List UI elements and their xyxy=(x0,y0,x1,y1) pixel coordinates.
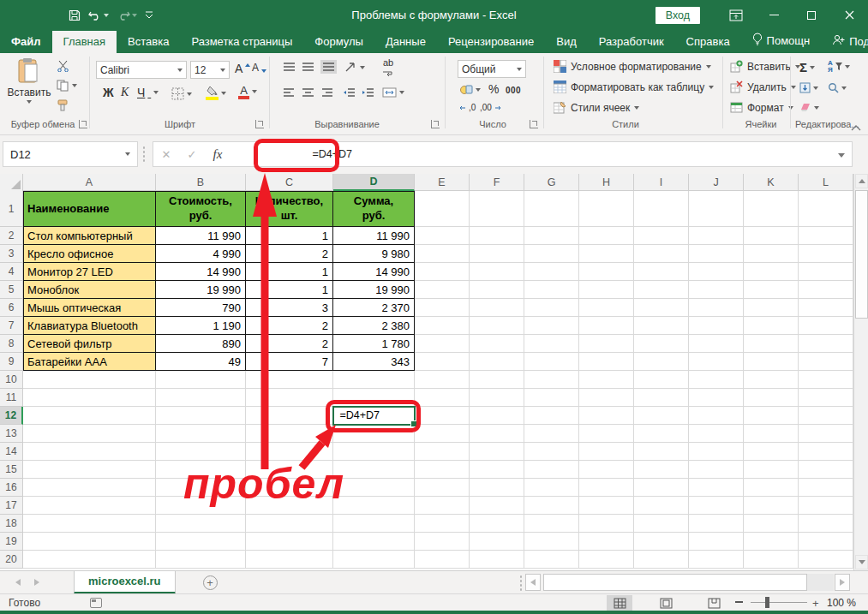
expand-formula-bar-icon[interactable] xyxy=(838,153,845,158)
cell-B11[interactable] xyxy=(156,389,246,407)
cell-L11[interactable] xyxy=(799,389,853,407)
copy-icon[interactable] xyxy=(57,80,77,92)
cell-D19[interactable] xyxy=(333,533,415,551)
clear-icon[interactable] xyxy=(799,103,819,112)
cell-F18[interactable] xyxy=(470,515,524,533)
cell-F20[interactable] xyxy=(470,551,524,569)
cell-D9[interactable]: 343 xyxy=(333,353,415,371)
cell-K6[interactable] xyxy=(744,299,799,317)
cell-A8[interactable]: Сетевой фильтр xyxy=(23,335,156,353)
cell-E4[interactable] xyxy=(415,263,470,281)
cell-C17[interactable] xyxy=(246,497,333,515)
row-header-10[interactable]: 10 xyxy=(0,371,23,389)
cell-G4[interactable] xyxy=(524,263,579,281)
merge-center-icon[interactable] xyxy=(382,87,404,98)
cell-C5[interactable]: 1 xyxy=(246,281,333,299)
cell-I11[interactable] xyxy=(634,389,689,407)
maximize-button[interactable] xyxy=(793,0,830,30)
cell-G17[interactable] xyxy=(524,497,579,515)
cell-H7[interactable] xyxy=(579,317,634,335)
fill-color-icon[interactable] xyxy=(206,86,226,100)
format-cells-button[interactable]: Формат xyxy=(730,101,793,114)
cell-D3[interactable]: 9 980 xyxy=(333,245,415,263)
redo-icon[interactable] xyxy=(117,9,137,21)
cell-F8[interactable] xyxy=(470,335,524,353)
cell-B19[interactable] xyxy=(156,533,246,551)
underline-button[interactable]: Ч xyxy=(137,86,159,99)
decrease-indent-icon[interactable] xyxy=(343,87,356,98)
cell-J7[interactable] xyxy=(689,317,744,335)
cell-F4[interactable] xyxy=(470,263,524,281)
cell-F9[interactable] xyxy=(470,353,524,371)
cell-C19[interactable] xyxy=(246,533,333,551)
save-icon[interactable] xyxy=(69,9,81,21)
cell-H13[interactable] xyxy=(579,425,634,443)
cell-D5[interactable]: 19 990 xyxy=(333,281,415,299)
cell-A1[interactable]: Наименование xyxy=(23,191,156,227)
bold-button[interactable]: Ж xyxy=(103,86,114,99)
cell-A6[interactable]: Мышь оптическая xyxy=(23,299,156,317)
decrease-font-icon[interactable]: A xyxy=(252,62,266,74)
cell-I18[interactable] xyxy=(634,515,689,533)
cell-J3[interactable] xyxy=(689,245,744,263)
cell-E3[interactable] xyxy=(415,245,470,263)
alignment-dialog-launcher-icon[interactable] xyxy=(431,120,440,128)
cell-K16[interactable] xyxy=(744,479,799,497)
cell-D10[interactable] xyxy=(333,371,415,389)
align-middle-icon[interactable] xyxy=(302,62,314,72)
cell-H19[interactable] xyxy=(579,533,634,551)
cell-G3[interactable] xyxy=(524,245,579,263)
cell-L1[interactable] xyxy=(799,191,853,227)
undo-icon[interactable] xyxy=(88,9,109,21)
cell-A17[interactable] xyxy=(23,497,156,515)
cell-C4[interactable]: 1 xyxy=(246,263,333,281)
row-header-14[interactable]: 14 xyxy=(0,443,23,461)
cell-H18[interactable] xyxy=(579,515,634,533)
vertical-scroll-thumb[interactable] xyxy=(855,190,868,319)
cell-F17[interactable] xyxy=(470,497,524,515)
column-header-C[interactable]: C xyxy=(246,174,333,191)
column-header-J[interactable]: J xyxy=(689,174,744,191)
cell-C8[interactable]: 2 xyxy=(246,335,333,353)
formula-bar-splitter[interactable] xyxy=(142,146,146,163)
wrap-text-icon[interactable]: ab xyxy=(382,58,394,76)
cell-C7[interactable]: 2 xyxy=(246,317,333,335)
cell-F1[interactable] xyxy=(470,191,524,227)
cell-H11[interactable] xyxy=(579,389,634,407)
cell-K8[interactable] xyxy=(744,335,799,353)
cell-B5[interactable]: 19 990 xyxy=(156,281,246,299)
sign-in-button[interactable]: Вход xyxy=(655,7,700,24)
cell-C1[interactable]: Количество, шт. xyxy=(246,191,333,227)
cell-B14[interactable] xyxy=(156,443,246,461)
column-header-L[interactable]: L xyxy=(799,174,853,191)
cell-K9[interactable] xyxy=(744,353,799,371)
align-top-icon[interactable] xyxy=(283,62,296,72)
column-header-G[interactable]: G xyxy=(524,174,579,191)
row-header-12[interactable]: 12 xyxy=(0,407,23,425)
cell-L2[interactable] xyxy=(799,227,853,245)
select-all-corner[interactable] xyxy=(0,174,23,191)
row-header-19[interactable]: 19 xyxy=(0,533,23,551)
cell-E10[interactable] xyxy=(415,371,470,389)
cell-E8[interactable] xyxy=(415,335,470,353)
cell-E7[interactable] xyxy=(415,317,470,335)
cell-G11[interactable] xyxy=(524,389,579,407)
column-header-I[interactable]: I xyxy=(634,174,689,191)
tab-Разметка страницы[interactable]: Разметка страницы xyxy=(180,31,303,53)
cell-A11[interactable] xyxy=(23,389,156,407)
cell-L12[interactable] xyxy=(799,407,853,425)
cell-I10[interactable] xyxy=(634,371,689,389)
cell-K14[interactable] xyxy=(744,443,799,461)
autosum-icon[interactable]: Σ xyxy=(799,60,815,75)
collapse-ribbon-icon[interactable] xyxy=(851,122,861,128)
cell-H16[interactable] xyxy=(579,479,634,497)
cell-H17[interactable] xyxy=(579,497,634,515)
column-header-F[interactable]: F xyxy=(470,174,524,191)
cell-J17[interactable] xyxy=(689,497,744,515)
sort-filter-icon[interactable]: АЯ xyxy=(828,60,850,74)
cell-I8[interactable] xyxy=(634,335,689,353)
tab-Файл[interactable]: Файл xyxy=(0,31,52,53)
cancel-icon[interactable]: ✕ xyxy=(153,148,179,161)
cell-F7[interactable] xyxy=(470,317,524,335)
cell-G19[interactable] xyxy=(524,533,579,551)
